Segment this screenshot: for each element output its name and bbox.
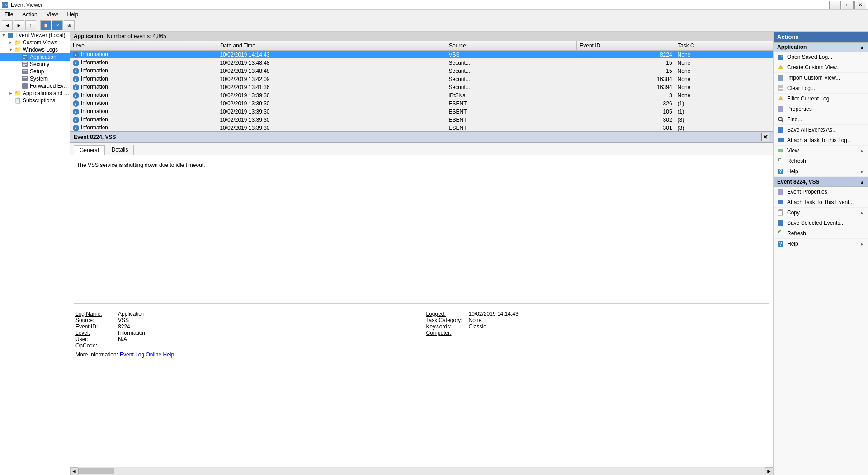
help-button[interactable]: ?: [52, 20, 63, 30]
tree-subscriptions[interactable]: ► 📋 Subscriptions: [0, 97, 70, 104]
show-hide-button[interactable]: 📋: [40, 20, 51, 30]
tab-general[interactable]: General: [74, 145, 105, 155]
action-properties[interactable]: Properties: [774, 104, 868, 114]
menu-action[interactable]: Action: [19, 10, 40, 19]
expand-app-services[interactable]: ►: [7, 91, 14, 95]
action-create-custom-view[interactable]: Create Custom View...: [774, 62, 868, 73]
action-find[interactable]: Find...: [774, 114, 868, 125]
action-refresh-label: Refresh: [787, 158, 806, 164]
prop-event-id: Event ID: 8224: [75, 323, 417, 330]
menu-help[interactable]: Help: [65, 10, 81, 19]
col-date[interactable]: Date and Time: [217, 41, 446, 51]
tree-application[interactable]: ► Application: [0, 53, 70, 61]
action-attach-task-event[interactable]: Attach Task To This Event...: [774, 197, 868, 208]
action-refresh-event-label: Refresh: [787, 230, 806, 237]
tree-system[interactable]: ► System: [0, 75, 70, 82]
back-button[interactable]: ◄: [2, 20, 13, 30]
col-task[interactable]: Task C...: [675, 41, 773, 51]
action-clear-log[interactable]: Clear Log...: [774, 83, 868, 94]
action-refresh-event[interactable]: Refresh: [774, 228, 868, 239]
action-help-event[interactable]: ? Help ►: [774, 239, 868, 249]
table-row[interactable]: iInformation10/02/2019 13:39:30ESENT105(…: [70, 108, 773, 116]
view-icon: [777, 147, 784, 154]
col-eventid[interactable]: Event ID: [577, 41, 675, 51]
table-row[interactable]: iInformation10/02/2019 13:39:30ESENT302(…: [70, 116, 773, 124]
expand-custom-views[interactable]: ►: [7, 40, 14, 45]
custom-views-icon: 📁: [14, 39, 22, 46]
up-button[interactable]: ↑: [25, 20, 36, 30]
table-row[interactable]: iInformation10/02/2019 13:39:30ESENT326(…: [70, 100, 773, 108]
tree-custom-views[interactable]: ► 📁 Custom Views: [0, 39, 70, 46]
tab-details[interactable]: Details: [106, 145, 134, 155]
action-filter-current-log[interactable]: Filter Current Log...: [774, 94, 868, 104]
tree-forwarded-events[interactable]: ► Forwarded Events: [0, 82, 70, 90]
event-log-online-help-link[interactable]: Event Log Online Help: [120, 352, 174, 358]
help-icon: ?: [777, 168, 784, 175]
svg-point-22: [778, 117, 782, 121]
actions-event-arrow: ▲: [860, 180, 864, 185]
table-row[interactable]: iInformation10/02/2019 13:39:36iBtSiva3N…: [70, 91, 773, 100]
action-save-all-events[interactable]: Save All Events As...: [774, 125, 868, 135]
menu-file[interactable]: File: [2, 10, 16, 19]
action-save-all-events-label: Save All Events As...: [787, 127, 837, 133]
scroll-track[interactable]: [78, 467, 765, 475]
copy-arrow-icon: ►: [860, 210, 864, 215]
action-view[interactable]: View ►: [774, 146, 868, 156]
actions-event-header[interactable]: Event 8224, VSS ▲: [774, 177, 868, 187]
event-table-container[interactable]: Level Date and Time Source Event ID Task…: [70, 41, 773, 132]
event-list-header: Application Number of events: 4,865: [70, 32, 773, 41]
table-row[interactable]: iInformation10/02/2019 13:41:36Securit..…: [70, 83, 773, 91]
action-copy[interactable]: Copy ►: [774, 208, 868, 218]
tree-setup[interactable]: ► Setup: [0, 68, 70, 75]
action-help[interactable]: ? Help ►: [774, 166, 868, 177]
horizontal-scrollbar[interactable]: ◄ ►: [70, 467, 773, 475]
event-detail-close-button[interactable]: ✕: [761, 133, 769, 141]
svg-rect-15: [778, 55, 783, 60]
action-attach-task-log[interactable]: Attach a Task To this Log...: [774, 135, 868, 146]
scroll-right-button[interactable]: ►: [765, 467, 773, 475]
close-button[interactable]: ✕: [854, 1, 866, 9]
event-tabs: General Details: [70, 143, 773, 155]
level-icon: i: [73, 68, 79, 74]
action-save-selected-events-label: Save Selected Events...: [787, 220, 844, 226]
actions-application-header[interactable]: Application ▲: [774, 42, 868, 52]
tree-root[interactable]: ▼ Event Viewer (Local): [0, 32, 70, 39]
col-level[interactable]: Level: [70, 41, 217, 51]
action-button[interactable]: ⊞: [64, 20, 75, 30]
table-row[interactable]: iInformation10/02/2019 13:42:09Securit..…: [70, 75, 773, 83]
event-message-text: The VSS service is shutting down due to …: [77, 162, 205, 168]
actions-application-arrow: ▲: [860, 45, 864, 50]
center-panel: Application Number of events: 4,865 Leve…: [70, 32, 773, 475]
action-refresh[interactable]: Refresh: [774, 156, 868, 166]
table-row[interactable]: iInformation10/02/2019 13:48:48Securit..…: [70, 67, 773, 75]
action-import-custom-view[interactable]: Import Custom View...: [774, 73, 868, 83]
scroll-left-button[interactable]: ◄: [70, 467, 78, 475]
actions-application-label: Application: [777, 44, 807, 50]
table-row[interactable]: iInformation10/02/2019 14:14:43VSS8224No…: [70, 51, 773, 59]
tree-windows-logs[interactable]: ▼ 📁 Windows Logs: [0, 46, 70, 53]
table-row[interactable]: iInformation10/02/2019 13:39:30ESENT301(…: [70, 124, 773, 132]
expand-root[interactable]: ▼: [0, 33, 7, 38]
scroll-thumb[interactable]: [78, 468, 114, 474]
tree-security[interactable]: ► Security: [0, 61, 70, 68]
level-icon: i: [73, 117, 79, 123]
view-arrow-icon: ►: [860, 148, 864, 153]
prop-user-value: N/A: [118, 336, 127, 342]
table-row[interactable]: iInformation10/02/2019 13:48:48Securit..…: [70, 59, 773, 67]
menu-view[interactable]: View: [44, 10, 61, 19]
action-find-label: Find...: [787, 116, 802, 123]
col-source[interactable]: Source: [446, 41, 577, 51]
expand-windows-logs[interactable]: ▼: [7, 48, 14, 52]
event-table: Level Date and Time Source Event ID Task…: [70, 41, 773, 132]
tree-app-services[interactable]: ► 📁 Applications and Services Lo...: [0, 90, 70, 97]
action-event-properties[interactable]: Event Properties: [774, 187, 868, 197]
action-open-saved-log[interactable]: Open Saved Log...: [774, 52, 868, 62]
minimize-button[interactable]: ─: [829, 1, 841, 9]
event-message-box[interactable]: The VSS service is shutting down due to …: [74, 159, 769, 304]
action-save-selected-events[interactable]: Save Selected Events...: [774, 218, 868, 228]
forward-button[interactable]: ►: [14, 20, 24, 30]
window-controls[interactable]: ─ □ ✕: [829, 1, 866, 9]
prop-keywords: Keywords: Classic: [426, 323, 768, 330]
open-saved-log-icon: [777, 53, 784, 61]
maximize-button[interactable]: □: [842, 1, 854, 9]
